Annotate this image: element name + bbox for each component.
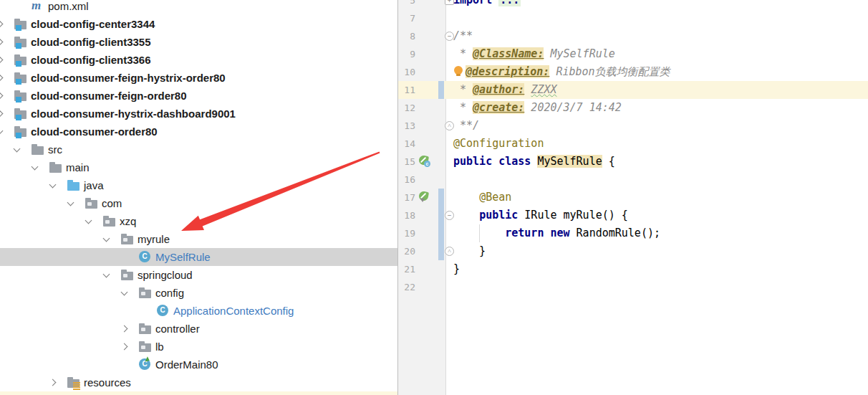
tree-item-lb[interactable]: lb [0,338,397,356]
tree-item-label: cloud-consumer-hystrix-dashboard9001 [31,105,236,123]
intention-bulb-icon[interactable] [453,66,466,77]
tree-item-applicationcontextconfig[interactable]: CApplicationContextConfig [0,302,397,320]
chevron-down-icon[interactable] [32,163,39,171]
code-line-14[interactable]: 14@Configuration [398,135,868,153]
code-line-21[interactable]: 21} [398,260,868,278]
chevron-right-icon[interactable] [49,379,57,386]
code-line-18[interactable]: 18− public IRule myRule() { [398,206,868,224]
code-line-19[interactable]: 19 return new RandomRule(); [398,224,868,242]
token: RandomRule(); [570,227,660,239]
code-line-15[interactable]: 15cpublic class MySelfRule { [398,153,868,171]
line-number: 20 [398,242,415,260]
token: @description: [466,65,549,78]
token: ZZXX [531,83,556,96]
tree-item-cloud-config-center3344[interactable]: cloud-config-center3344 [0,15,397,33]
chevron-down-icon[interactable] [103,271,110,278]
code-text: } [453,242,486,260]
line-number: 8 [398,27,415,45]
code-line-7[interactable]: 7 [398,9,868,27]
tree-item-label: cloud-consumer-feign-hystrix-order80 [31,69,226,87]
vcs-change-marker [438,224,444,242]
tree-item-java[interactable]: java [0,176,397,194]
chevron-down-icon[interactable] [103,235,110,242]
tree-item-myrule[interactable]: myrule [0,230,397,248]
chevron-right-icon[interactable] [0,75,3,82]
tree-item-label: resources [84,373,131,391]
tree-item-cloud-consumer-order80[interactable]: cloud-consumer-order80 [0,123,397,141]
token: @create: [473,101,524,114]
class-icon: C [139,252,152,262]
code-line-9[interactable]: 9 * @ClassName: MySelfRule [398,45,868,63]
tree-item-label: cloud-config-center3344 [31,15,155,33]
tree-item-src[interactable]: src [0,141,397,158]
code-line-20[interactable]: 20˄ } [398,242,868,260]
chevron-down-icon[interactable] [121,289,128,296]
code-line-12[interactable]: 12 * @create: 2020/3/7 14:42 [398,99,868,117]
project-tree: mpom.xmlcloud-config-center3344cloud-con… [0,0,397,395]
chevron-right-icon[interactable] [0,39,3,46]
tree-item-myselfrule[interactable]: CMySelfRule [0,248,397,266]
tree-item-com[interactable]: com [0,194,397,212]
line-number: 13 [398,117,415,135]
vcs-change-marker [438,242,444,260]
code-line-16[interactable]: 16 [398,171,868,189]
chevron-right-icon[interactable] [0,92,3,100]
tree-item-pom-xml[interactable]: mpom.xml [0,0,397,15]
code-text: @description: Ribbon负载均衡配置类 [453,63,670,81]
chevron-down-icon[interactable] [67,199,74,206]
chevron-right-icon[interactable] [121,325,128,333]
tree-item-cloud-consumer-feign-hystrix-order80[interactable]: cloud-consumer-feign-hystrix-order80 [0,69,397,87]
code-line-13[interactable]: 13˄ **/ [398,117,868,135]
chevron-down-icon[interactable] [14,146,21,153]
resources-icon [67,377,80,388]
code-line-8[interactable]: 8−/** [398,27,868,45]
tree-item-cloud-consumer-feign-order80[interactable]: cloud-consumer-feign-order80 [0,87,397,105]
chevron-right-icon[interactable] [0,57,3,64]
code-line-10[interactable]: 10@description: Ribbon负载均衡配置类 [398,63,868,81]
tree-item-ordermain80[interactable]: COrderMain80 [0,356,397,373]
token: } [453,262,460,275]
tree-item-config[interactable]: config [0,284,397,302]
line-number: 19 [398,224,415,242]
token: { [602,155,615,168]
code-line-11[interactable]: 11 * @author: ZZXX [398,81,868,99]
token: 2020/3/7 14:42 [524,101,621,114]
tree-item-hidden-row[interactable] [0,391,397,395]
tree-item-label: cloud-consumer-feign-order80 [31,87,187,105]
package-icon [139,341,152,352]
code-line-17[interactable]: 17 @Bean [398,189,868,206]
code-text: public class MySelfRule { [453,153,615,171]
tree-item-label: xzq [120,212,136,230]
tree-item-cloud-config-client3366[interactable]: cloud-config-client3366 [0,51,397,69]
chevron-right-icon[interactable] [0,110,3,118]
spring-bean-icon[interactable] [419,191,430,203]
code-text: * @create: 2020/3/7 14:42 [453,99,622,117]
line-number: 5 [398,0,415,9]
tree-item-controller[interactable]: controller [0,320,397,338]
token: @Bean [479,191,511,204]
chevron-right-icon[interactable] [0,21,3,28]
module-icon [14,54,27,65]
tree-item-springcloud[interactable]: springcloud [0,266,397,284]
chevron-down-icon[interactable] [85,217,92,224]
token: new [550,227,569,239]
tree-item-label: controller [155,320,200,338]
chevron-down-icon[interactable] [49,181,57,189]
chevron-right-icon[interactable] [121,343,128,351]
chevron-down-icon[interactable] [0,128,3,135]
tree-item-cloud-config-client3355[interactable]: cloud-config-client3355 [0,33,397,51]
tree-item-main[interactable]: main [0,158,397,176]
code-line-22[interactable]: 22 [398,278,868,296]
spring-config-icon[interactable]: c [419,156,430,167]
token [453,191,479,204]
tree-item-xzq[interactable]: xzq [0,212,397,230]
tree-item-resources[interactable]: resources [0,373,397,391]
tree-item-label: com [102,194,122,212]
vcs-change-marker [438,206,444,224]
line-number: 14 [398,135,415,153]
tree-item-cloud-consumer-hystrix-dashboard9001[interactable]: cloud-consumer-hystrix-dashboard9001 [0,105,397,123]
token: MySelfRule [537,155,602,168]
module-icon [14,19,27,29]
ide-window: mpom.xmlcloud-config-center3344cloud-con… [0,0,868,395]
code-line-5[interactable]: 5+import ... [398,0,868,9]
